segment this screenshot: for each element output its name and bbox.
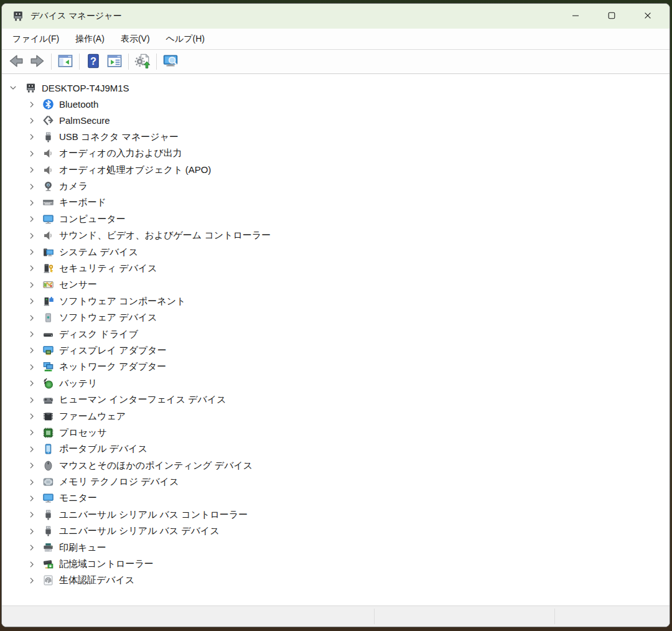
keyboard-icon: [42, 197, 54, 209]
toolbar-separator: [128, 54, 129, 70]
tree-row[interactable]: ソフトウェア デバイス: [2, 309, 670, 325]
minimize-icon: [571, 11, 581, 22]
tree-row[interactable]: システム デバイス: [2, 244, 670, 260]
tree-item-label: 生体認証デバイス: [59, 574, 134, 586]
menu-file[interactable]: ファイル(F): [4, 30, 67, 49]
chevron-right-icon[interactable]: [27, 132, 37, 142]
chevron-right-icon[interactable]: [27, 198, 37, 208]
tree-row[interactable]: サウンド、ビデオ、およびゲーム コントローラー: [2, 228, 670, 244]
tree-row[interactable]: 印刷キュー: [2, 540, 670, 556]
tree-row[interactable]: セキュリティ デバイス: [2, 260, 670, 276]
tree-row[interactable]: センサー: [2, 277, 670, 293]
tree-row[interactable]: ネットワーク アダプター: [2, 359, 670, 375]
tree-row[interactable]: Bluetooth: [2, 96, 670, 112]
tree-row[interactable]: オーディオ処理オブジェクト (APO): [2, 162, 670, 178]
chevron-right-icon[interactable]: [27, 526, 37, 536]
monitor-icon: [42, 492, 54, 505]
tree-item-label: ディスプレイ アダプター: [59, 345, 167, 357]
tree-row[interactable]: ソフトウェア コンポーネント: [2, 293, 670, 309]
chevron-right-icon[interactable]: [27, 477, 37, 487]
processor-icon: [42, 426, 54, 439]
tree-row[interactable]: コンピューター: [2, 211, 670, 227]
maximize-button[interactable]: [597, 4, 626, 29]
chevron-right-icon[interactable]: [27, 411, 37, 421]
chevron-right-icon[interactable]: [27, 345, 37, 355]
chevron-right-icon[interactable]: [27, 214, 37, 224]
tree-row[interactable]: バッテリ: [2, 375, 670, 391]
chevron-right-icon[interactable]: [27, 460, 37, 470]
arrow-forward-icon: [29, 53, 45, 71]
properties-button[interactable]: [104, 52, 125, 72]
display-adapter-icon: [42, 344, 54, 357]
system-icon: [42, 246, 54, 258]
back-button[interactable]: [6, 52, 27, 72]
scan-hardware-changes-button[interactable]: [132, 52, 153, 72]
tree-item-label: PalmSecure: [59, 115, 110, 126]
menu-action[interactable]: 操作(A): [67, 30, 113, 49]
chevron-right-icon[interactable]: [27, 149, 37, 159]
chevron-right-icon[interactable]: [27, 280, 37, 290]
usb-icon: [42, 525, 54, 538]
chevron-right-icon[interactable]: [27, 247, 37, 257]
device-search-button[interactable]: [160, 52, 181, 72]
chevron-right-icon[interactable]: [27, 559, 37, 569]
chevron-right-icon[interactable]: [27, 313, 37, 323]
chevron-right-icon[interactable]: [27, 296, 37, 306]
storage-icon: [42, 558, 54, 571]
chevron-right-icon[interactable]: [27, 428, 37, 437]
tree-item-label: ソフトウェア デバイス: [59, 312, 157, 324]
chevron-right-icon[interactable]: [27, 395, 37, 405]
tree-row[interactable]: プロセッサ: [2, 424, 670, 441]
tree-row[interactable]: ポータブル デバイス: [2, 441, 670, 457]
tree-row[interactable]: カメラ: [2, 178, 670, 194]
tree-row[interactable]: 記憶域コントローラー: [2, 556, 670, 572]
tree-row[interactable]: オーディオの入力および出力: [2, 146, 670, 162]
chevron-right-icon[interactable]: [27, 263, 37, 273]
portable-icon: [42, 443, 54, 456]
forward-button[interactable]: [27, 52, 48, 72]
chevron-right-icon[interactable]: [27, 493, 37, 503]
menu-help[interactable]: ヘルプ(H): [158, 30, 213, 49]
maximize-icon: [607, 11, 617, 22]
chevron-right-icon[interactable]: [27, 116, 37, 126]
minimize-button[interactable]: [561, 4, 590, 29]
tree-row[interactable]: ディスク ドライブ: [2, 326, 670, 342]
tree-row[interactable]: メモリ テクノロジ デバイス: [2, 474, 670, 490]
tree-row[interactable]: 生体認証デバイス: [2, 573, 670, 589]
tree-row[interactable]: モニター: [2, 490, 670, 507]
status-pane-main: [2, 606, 374, 627]
tree-row[interactable]: PalmSecure: [2, 113, 670, 129]
tree-row[interactable]: ファームウェア: [2, 408, 670, 424]
chevron-right-icon[interactable]: [27, 231, 37, 241]
chevron-right-icon[interactable]: [27, 378, 37, 388]
tree-row[interactable]: ユニバーサル シリアル バス コントローラー: [2, 507, 670, 523]
chevron-right-icon[interactable]: [27, 182, 37, 192]
close-button[interactable]: [633, 4, 662, 29]
chevron-right-icon[interactable]: [27, 444, 37, 454]
tree-row[interactable]: キーボード: [2, 195, 670, 211]
status-bar: [2, 605, 670, 627]
chevron-right-icon[interactable]: [27, 329, 37, 339]
tree-item-label: ソフトウェア コンポーネント: [59, 296, 185, 307]
tree-row[interactable]: ユニバーサル シリアル バス デバイス: [2, 523, 670, 540]
printer-icon: [42, 541, 54, 554]
disk-icon: [42, 328, 54, 340]
chevron-right-icon[interactable]: [27, 165, 37, 175]
tree-row[interactable]: ヒューマン インターフェイス デバイス: [2, 391, 670, 408]
biometric-icon: [42, 574, 54, 587]
chevron-right-icon[interactable]: [27, 576, 37, 586]
help-button[interactable]: ?: [83, 52, 104, 72]
tree-root-row[interactable]: DESKTOP-T4J9M1S: [2, 80, 670, 96]
show-hide-console-tree-button[interactable]: [55, 52, 76, 72]
tree-row[interactable]: マウスとそのほかのポインティング デバイス: [2, 457, 670, 474]
chevron-right-icon[interactable]: [27, 543, 37, 553]
chevron-right-icon[interactable]: [27, 510, 37, 520]
chevron-right-icon[interactable]: [27, 362, 37, 372]
chevron-down-icon[interactable]: [8, 83, 18, 93]
device-tree: DESKTOP-T4J9M1SBluetoothPalmSecureUSB コネ…: [2, 74, 670, 605]
tree-row[interactable]: USB コネクタ マネージャー: [2, 129, 670, 145]
chevron-right-icon[interactable]: [27, 100, 37, 110]
tree-item-label: オーディオ処理オブジェクト (APO): [59, 164, 211, 176]
menu-view[interactable]: 表示(V): [113, 30, 158, 49]
tree-row[interactable]: ディスプレイ アダプター: [2, 342, 670, 358]
